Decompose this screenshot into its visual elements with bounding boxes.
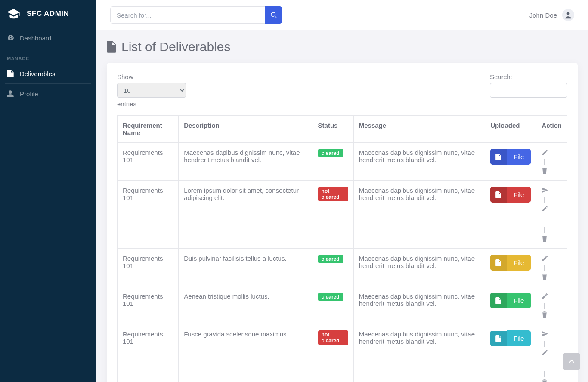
- separator: |: [543, 370, 545, 377]
- file-button-label: File: [507, 149, 531, 165]
- table-header-row: Requirement Name Description Status Mess…: [118, 116, 567, 143]
- file-button-label: File: [507, 330, 531, 346]
- separator: |: [543, 226, 545, 233]
- table-row: Requirements 101Duis pulvinar facilisis …: [118, 249, 567, 286]
- edit-action[interactable]: [542, 255, 562, 262]
- col-action[interactable]: Action: [536, 116, 567, 143]
- col-message[interactable]: Message: [353, 116, 485, 143]
- sidebar-item-label: Dashboard: [20, 34, 51, 42]
- delete-action[interactable]: [542, 379, 562, 382]
- status-badge: not cleared: [318, 187, 348, 201]
- sidebar-item-dashboard[interactable]: Dashboard: [0, 28, 96, 48]
- edit-action[interactable]: [542, 205, 562, 212]
- card: Show 10 entries Search: Requirement Name…: [107, 63, 578, 382]
- sidebar-item-profile[interactable]: Profile: [0, 84, 96, 104]
- cell-description: Maecenas dapibus dignissim nunc, vitae h…: [179, 143, 313, 181]
- cell-name: Requirements 101: [118, 286, 179, 324]
- col-uploaded[interactable]: Uploaded: [485, 116, 536, 143]
- cell-uploaded: File: [485, 181, 536, 249]
- edit-action[interactable]: [542, 149, 562, 156]
- cell-message: Maecenas dapibus dignissim nunc, vitae h…: [353, 324, 485, 382]
- status-badge: cleared: [318, 255, 343, 263]
- cell-description: Aenean tristique mollis luctus.: [179, 286, 313, 324]
- table-controls: Show 10 entries Search:: [117, 73, 567, 108]
- file-button[interactable]: File: [490, 149, 531, 165]
- send-action[interactable]: [542, 187, 562, 194]
- username-label: John Doe: [529, 12, 557, 19]
- page-title: List of Deliverables: [107, 40, 578, 54]
- scroll-to-top-button[interactable]: [563, 353, 580, 370]
- file-icon: [107, 41, 116, 53]
- table-row: Requirements 101Fusce gravida scelerisqu…: [118, 324, 567, 382]
- length-control: Show 10 entries: [117, 73, 186, 108]
- cell-action: | |: [536, 181, 567, 249]
- cell-message: Maecenas dapibus dignissim nunc, vitae h…: [353, 249, 485, 286]
- search-button[interactable]: [265, 6, 282, 24]
- file-word-icon: [490, 331, 507, 346]
- user-icon: [7, 90, 15, 98]
- table-row: Requirements 101Maecenas dapibus digniss…: [118, 143, 567, 181]
- sidebar-item-label: Profile: [20, 90, 38, 98]
- cell-message: Maecenas dapibus dignissim nunc, vitae h…: [353, 286, 485, 324]
- svg-point-0: [567, 12, 570, 15]
- cell-status: not cleared: [313, 324, 353, 382]
- separator: |: [543, 339, 545, 347]
- brand[interactable]: SFC ADMIN: [0, 0, 96, 28]
- main-content: List of Deliverables Show 10 entries Sea…: [96, 0, 588, 382]
- cell-status: not cleared: [313, 181, 353, 249]
- sidebar-item-deliverables[interactable]: Deliverables: [0, 64, 96, 83]
- file-button[interactable]: File: [490, 187, 531, 203]
- file-button[interactable]: File: [490, 293, 531, 308]
- cell-status: cleared: [313, 286, 353, 324]
- cell-name: Requirements 101: [118, 249, 179, 286]
- file-icon: [7, 70, 15, 77]
- search-form: [110, 6, 282, 24]
- length-select[interactable]: 10: [117, 83, 186, 98]
- col-name[interactable]: Requirement Name: [118, 116, 179, 143]
- file-word-icon: [490, 187, 507, 203]
- separator: |: [543, 196, 545, 203]
- separator: |: [543, 264, 545, 271]
- cell-uploaded: File: [485, 286, 536, 324]
- edit-action[interactable]: [542, 349, 562, 356]
- search-label: Search:: [490, 73, 567, 80]
- topbar: John Doe: [96, 0, 588, 30]
- brand-label: SFC ADMIN: [27, 9, 69, 18]
- delete-action[interactable]: [542, 235, 562, 242]
- col-description[interactable]: Description: [179, 116, 313, 143]
- cell-action: | |: [536, 324, 567, 382]
- entries-suffix: entries: [117, 100, 186, 108]
- delete-action[interactable]: [542, 273, 562, 280]
- cell-action: |: [536, 249, 567, 286]
- table-search-input[interactable]: [490, 83, 567, 98]
- page-title-text: List of Deliverables: [121, 40, 230, 54]
- search-input[interactable]: [110, 6, 265, 24]
- delete-action[interactable]: [542, 167, 562, 174]
- delete-action[interactable]: [542, 311, 562, 318]
- cell-uploaded: File: [485, 249, 536, 286]
- cell-description: Lorem ipsum dolor sit amet, consectetur …: [179, 181, 313, 249]
- sidebar: SFC ADMIN Dashboard MANAGE Deliverables …: [0, 0, 96, 382]
- edit-action[interactable]: [542, 293, 562, 299]
- col-status[interactable]: Status: [313, 116, 353, 143]
- cell-action: |: [536, 286, 567, 324]
- file-button[interactable]: File: [490, 330, 531, 346]
- sidebar-item-label: Deliverables: [20, 70, 56, 77]
- tachometer-icon: [7, 34, 15, 42]
- graduation-cap-icon: [7, 9, 21, 19]
- cell-name: Requirements 101: [118, 143, 179, 181]
- sidebar-heading-manage: MANAGE: [0, 48, 96, 64]
- search-icon: [270, 12, 277, 18]
- send-action[interactable]: [542, 330, 562, 337]
- file-button-label: File: [507, 187, 531, 203]
- user-menu[interactable]: John Doe: [519, 6, 574, 24]
- separator: |: [543, 302, 545, 309]
- status-badge: cleared: [318, 149, 343, 157]
- cell-status: cleared: [313, 143, 353, 181]
- file-word-icon: [490, 293, 507, 308]
- file-button[interactable]: File: [490, 255, 531, 271]
- cell-description: Fusce gravida scelerisque maximus.: [179, 324, 313, 382]
- status-badge: cleared: [318, 293, 343, 301]
- table-search-control: Search:: [490, 73, 567, 108]
- file-word-icon: [490, 149, 507, 165]
